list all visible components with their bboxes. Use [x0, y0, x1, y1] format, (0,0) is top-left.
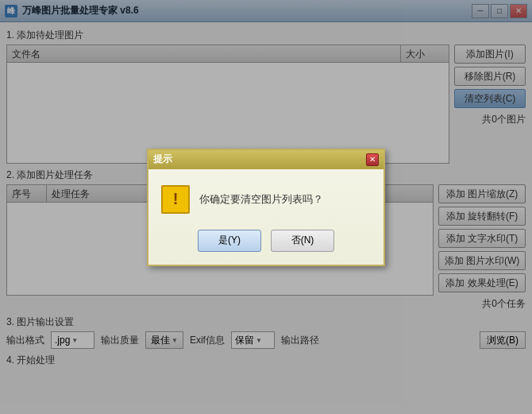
dialog-message-row: ! 你确定要清空图片列表吗？ — [161, 185, 371, 214]
warning-icon: ! — [161, 185, 190, 214]
dialog-body: ! 你确定要清空图片列表吗？ 是(Y) 否(N) — [148, 169, 384, 265]
dialog: 提示 ✕ ! 你确定要清空图片列表吗？ 是(Y) 否(N) — [147, 149, 385, 266]
no-button[interactable]: 否(N) — [271, 230, 334, 252]
dialog-buttons: 是(Y) 否(N) — [161, 230, 371, 252]
dialog-message: 你确定要清空图片列表吗？ — [199, 192, 323, 207]
dialog-overlay: 提示 ✕ ! 你确定要清空图片列表吗？ 是(Y) 否(N) — [0, 0, 532, 414]
dialog-title: 提示 — [153, 153, 172, 166]
dialog-close-button[interactable]: ✕ — [366, 153, 379, 166]
dialog-titlebar: 提示 ✕ — [148, 150, 384, 169]
yes-button[interactable]: 是(Y) — [198, 230, 261, 252]
